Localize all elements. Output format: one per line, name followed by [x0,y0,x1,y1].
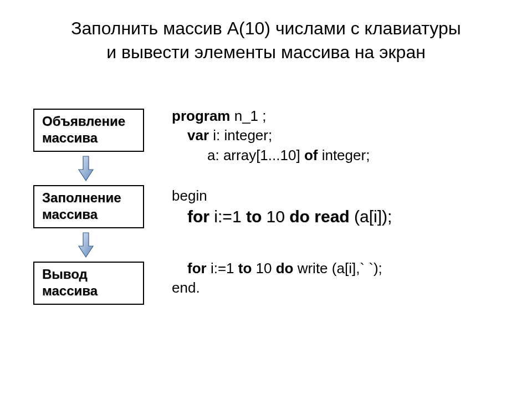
kw-do1: do read [289,207,349,226]
arr-post: integer; [318,147,370,163]
code-declare: program n_1 ; var i: integer; a: array[1… [172,106,532,165]
kw-do2: do [276,260,294,277]
code-output: for i:=1 to 10 do write (a[i],` `); end. [172,259,532,298]
kw-for2: for [187,260,207,277]
kw-to1: to [246,207,262,226]
for1-m2: 1 [232,207,246,226]
for2-m2: 10 [252,260,275,277]
kw-to2: to [238,260,252,277]
kw-var: var [187,127,209,144]
kw-of: of [304,147,318,163]
slide-title: Заполнить массив А(10) числами с клавиат… [0,0,532,64]
end-dot: . [196,279,200,296]
content-area: Объявление массива Заполнение массива [0,109,532,305]
kw-program: program [172,108,230,124]
title-line2: и вывести элементы массива на экран [106,42,426,62]
box-fill: Заполнение массива [33,185,144,228]
kw-begin: begin [172,187,207,204]
program-name: n_1 ; [230,108,266,124]
arrow-down-icon [78,232,94,258]
title-line1: Заполнить массив А(10) числами с клавиат… [71,18,461,38]
for1-semi: ; [387,207,392,226]
kw-end: end [172,279,196,296]
code-fill: begin for i:=1 to 10 do read (a[i]); [172,186,532,228]
box-output-l1: Вывод [42,267,88,282]
kw-for1: for [187,207,209,226]
for1-m1: i: [209,207,222,226]
for1-m3: 10 [262,207,289,226]
arrow-down-icon [78,155,94,182]
box-declare: Объявление массива [33,109,144,152]
for2-end: write (a[i],` `); [293,260,382,277]
for1-eq: = [222,207,232,226]
box-fill-l2: массива [42,207,98,222]
for2-m1: i:=1 [207,260,238,277]
left-column: Объявление массива Заполнение массива [0,109,166,305]
box-fill-l1: Заполнение [42,190,121,205]
box-output-l2: массива [42,283,98,298]
code-column: program n_1 ; var i: integer; a: array[1… [166,109,532,305]
box-output: Вывод массива [33,262,144,305]
arr-pre: a: array[1...10] [207,147,304,163]
var-decl: i: integer; [209,127,272,144]
for1-end: (a[i]) [350,207,387,226]
box-declare-l2: массива [42,130,98,145]
box-declare-l1: Объявление [42,114,125,129]
